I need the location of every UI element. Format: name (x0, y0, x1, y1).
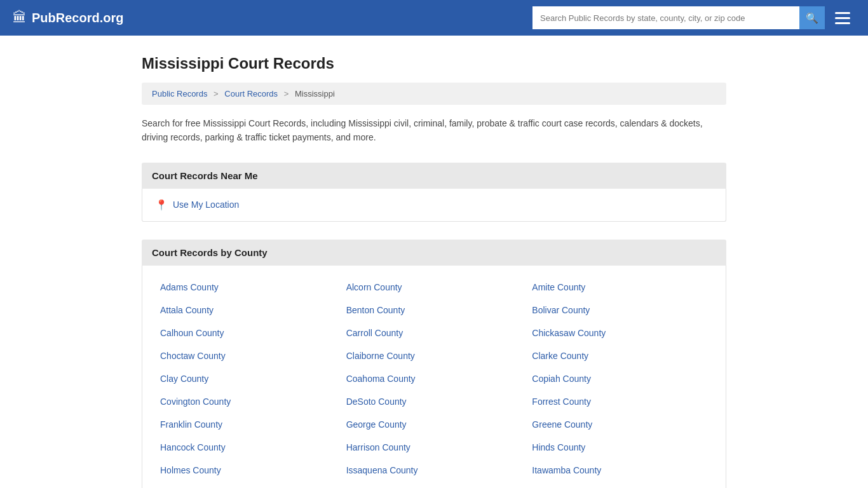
hamburger-line-2 (835, 17, 850, 19)
county-link[interactable]: Clay County (155, 367, 341, 390)
search-form: 🔍 (532, 6, 825, 29)
county-section-header: Court Records by County (142, 240, 726, 266)
logo-text: PubRecord.org (32, 11, 123, 25)
site-logo[interactable]: 🏛 PubRecord.org (13, 10, 123, 26)
menu-button[interactable] (830, 10, 855, 27)
county-link[interactable]: Amite County (527, 276, 713, 299)
county-link[interactable]: Carroll County (341, 322, 527, 344)
county-link[interactable]: Alcorn County (341, 276, 527, 299)
county-link[interactable]: Covington County (155, 390, 341, 413)
near-me-header: Court Records Near Me (142, 163, 726, 189)
county-link[interactable]: Harrison County (341, 436, 527, 459)
county-link[interactable]: Attala County (155, 299, 341, 322)
near-me-section: Court Records Near Me 📍 Use My Location (142, 163, 726, 222)
county-link[interactable]: Hinds County (527, 436, 713, 459)
county-link[interactable]: Choctaw County (155, 344, 341, 367)
county-link[interactable]: Jackson County (155, 482, 341, 488)
county-link[interactable]: DeSoto County (341, 390, 527, 413)
hamburger-line-1 (835, 12, 850, 14)
location-icon: 📍 (155, 199, 168, 211)
breadcrumb-sep-1: > (214, 89, 219, 98)
county-link[interactable]: Hancock County (155, 436, 341, 459)
search-input[interactable] (532, 6, 799, 29)
county-content: Adams CountyAlcorn CountyAmite CountyAtt… (142, 266, 726, 488)
hamburger-line-3 (835, 22, 850, 24)
page-title: Mississippi Court Records (142, 55, 726, 72)
county-link[interactable]: Bolivar County (527, 299, 713, 322)
page-description: Search for free Mississippi Court Record… (142, 116, 726, 145)
header-right: 🔍 (532, 6, 855, 29)
county-link[interactable]: George County (341, 413, 527, 436)
county-link[interactable]: Clarke County (527, 344, 713, 367)
county-link[interactable]: Forrest County (527, 390, 713, 413)
county-link[interactable]: Calhoun County (155, 322, 341, 344)
site-header: 🏛 PubRecord.org 🔍 (0, 0, 868, 36)
county-link[interactable]: Itawamba County (527, 459, 713, 482)
county-section: Court Records by County Adams CountyAlco… (142, 240, 726, 488)
county-link[interactable]: Benton County (341, 299, 527, 322)
county-link[interactable]: Chickasaw County (527, 322, 713, 344)
use-location-link[interactable]: 📍 Use My Location (155, 199, 713, 211)
breadcrumb: Public Records > Court Records > Mississ… (142, 83, 726, 105)
county-link[interactable]: Greene County (527, 413, 713, 436)
county-link[interactable]: Jefferson County (527, 482, 713, 488)
near-me-content: 📍 Use My Location (142, 189, 726, 222)
county-link[interactable]: Adams County (155, 276, 341, 299)
breadcrumb-sep-2: > (284, 89, 289, 98)
breadcrumb-public-records[interactable]: Public Records (152, 89, 207, 98)
county-link[interactable]: Issaquena County (341, 459, 527, 482)
county-link[interactable]: Holmes County (155, 459, 341, 482)
breadcrumb-current: Mississippi (295, 89, 335, 98)
search-button[interactable]: 🔍 (799, 6, 825, 29)
county-link[interactable]: Copiah County (527, 367, 713, 390)
county-link[interactable]: Claiborne County (341, 344, 527, 367)
county-link[interactable]: Jasper County (341, 482, 527, 488)
logo-icon: 🏛 (13, 10, 27, 26)
main-content: Mississippi Court Records Public Records… (129, 36, 739, 488)
county-link[interactable]: Coahoma County (341, 367, 527, 390)
use-location-text: Use My Location (173, 200, 239, 210)
county-grid: Adams CountyAlcorn CountyAmite CountyAtt… (155, 276, 713, 488)
search-icon: 🔍 (806, 12, 818, 24)
breadcrumb-court-records[interactable]: Court Records (224, 89, 278, 98)
county-link[interactable]: Franklin County (155, 413, 341, 436)
